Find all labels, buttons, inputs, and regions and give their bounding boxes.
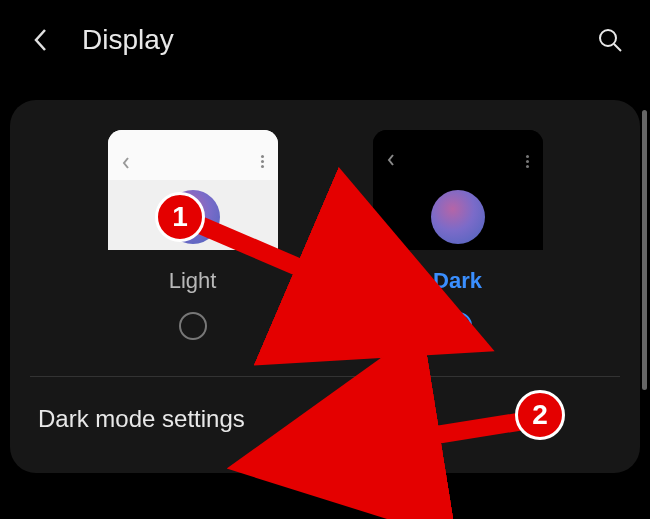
svg-line-1 [614, 44, 621, 51]
divider [30, 376, 620, 377]
dark-mode-settings-row[interactable]: Dark mode settings [30, 405, 620, 433]
display-card: Light Dark Da [10, 100, 640, 473]
light-label: Light [169, 268, 217, 294]
light-radio[interactable] [179, 312, 207, 340]
theme-option-light[interactable]: Light [108, 130, 278, 340]
light-preview [108, 130, 278, 250]
dark-preview [373, 130, 543, 250]
header: Display [0, 0, 650, 80]
theme-option-dark[interactable]: Dark [373, 130, 543, 340]
theme-orb-icon [431, 190, 485, 244]
dark-label: Dark [433, 268, 482, 294]
more-icon [526, 155, 529, 168]
theme-options: Light Dark [30, 130, 620, 340]
back-button[interactable] [24, 24, 56, 56]
search-icon [597, 27, 623, 53]
search-button[interactable] [594, 24, 626, 56]
page-title: Display [82, 24, 594, 56]
svg-point-0 [600, 30, 616, 46]
back-icon [33, 28, 47, 52]
dark-radio[interactable] [444, 312, 472, 340]
scroll-indicator[interactable] [642, 110, 647, 390]
chevron-left-icon [387, 152, 395, 170]
theme-orb-icon [166, 190, 220, 244]
chevron-left-icon [122, 155, 130, 167]
more-icon [261, 155, 264, 168]
